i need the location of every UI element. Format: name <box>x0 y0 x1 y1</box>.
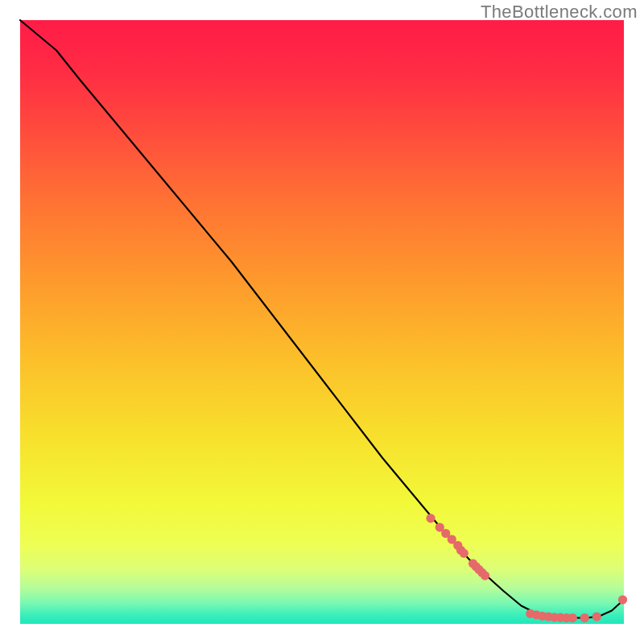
chart-stage: TheBottleneck.com <box>0 0 644 644</box>
marker-point <box>481 571 489 580</box>
marker-point <box>592 612 601 621</box>
watermark-text: TheBottleneck.com <box>481 2 638 23</box>
marker-point <box>580 613 589 622</box>
marker-point <box>426 514 435 522</box>
bottleneck-curve <box>20 20 624 618</box>
marker-point <box>568 613 577 622</box>
chart-svg <box>20 20 624 624</box>
marker-point <box>618 595 627 604</box>
marker-point <box>460 549 469 558</box>
plot-area <box>20 20 624 624</box>
highlighted-points-group <box>426 514 627 622</box>
